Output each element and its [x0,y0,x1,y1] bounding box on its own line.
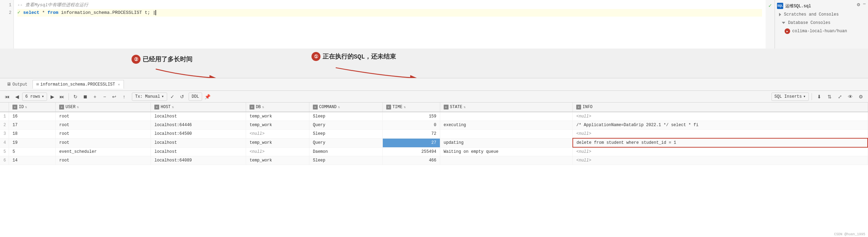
col-host[interactable]: ≡ HOST ⇅ [151,103,246,112]
time-sort-icon[interactable]: ⇅ [404,105,406,109]
state-sort-icon[interactable]: ⇅ [464,105,466,109]
table-row[interactable]: 614rootlocalhost:64089temp_workSleep466<… [0,156,868,165]
col-db[interactable]: ≡ DB ⇅ [246,103,309,112]
cell-db[interactable]: <null> [246,130,309,139]
cell-user[interactable]: event_scheduler [56,147,151,156]
sql-inserts-selector[interactable]: SQL Inserts ▾ [771,93,809,101]
cell-host[interactable]: localhost:64089 [151,156,246,165]
rollback-btn[interactable]: ↺ [178,93,187,101]
cell-user[interactable]: root [56,156,151,165]
table-row[interactable]: 217rootlocalhost:64446temp_workQuery0exe… [0,121,868,130]
view-btn[interactable]: 👁 [846,93,855,101]
col-state[interactable]: ≡ STATE ⇅ [440,103,573,112]
prev-btn[interactable]: ◀ [12,93,21,101]
cell-id[interactable]: 14 [9,156,56,165]
commit-btn[interactable]: ✓ [168,93,177,101]
cell-info[interactable]: <null> [573,130,868,139]
cell-db[interactable]: temp_work [246,138,309,147]
colima-row[interactable]: ▶ colima-local-huan/huan [777,27,866,35]
cell-info[interactable]: delete from student where student_id = 1 [573,138,868,147]
scratches-row[interactable]: Scratches and Consoles [777,10,866,19]
editor-line-2[interactable]: ✓ select * from information_schema.PROCE… [17,9,762,17]
cell-id[interactable]: 19 [9,138,56,147]
tab-close-icon[interactable]: ✕ [118,82,120,87]
cell-user[interactable]: root [56,112,151,121]
cell-state[interactable]: Waiting on empty queue [440,147,573,156]
tx-mode-selector[interactable]: Tx: Manual ▾ [132,93,167,101]
cell-db[interactable]: temp_work [246,112,309,121]
cell-db[interactable]: <null> [246,147,309,156]
cell-command[interactable]: Query [309,138,383,147]
id-sort-icon[interactable]: ⇅ [25,105,27,109]
submit-btn[interactable]: ↑ [119,93,128,101]
cell-command[interactable]: Daemon [309,147,383,156]
rows-selector[interactable]: 6 rows ▾ [22,93,47,101]
revert-btn[interactable]: ↩ [110,93,119,101]
col-info[interactable]: ≡ INFO [573,103,868,112]
cell-state[interactable]: updating [440,138,573,147]
table-row[interactable]: 419rootlocalhosttemp_workQuery27updating… [0,138,868,147]
db-sort-icon[interactable]: ⇅ [262,105,264,109]
cell-user[interactable]: root [56,130,151,139]
tab-output[interactable]: 🖥 Output [3,80,31,89]
host-sort-icon[interactable]: ⇅ [172,105,174,109]
panel-gear-btn[interactable]: ⚙ [857,1,860,8]
col-command[interactable]: ≡ COMMAND ⇅ [309,103,383,112]
prev-prev-btn[interactable]: ⏮ [3,93,12,101]
cell-command[interactable]: Sleep [309,130,383,139]
add-row-btn[interactable]: + [90,93,99,101]
ddl-btn[interactable]: DDL [189,93,202,101]
cell-time[interactable]: 255494 [382,147,440,156]
cell-state[interactable]: executing [440,121,573,130]
stop-btn[interactable]: ⏹ [81,93,90,101]
transpose-btn[interactable]: ⇅ [825,93,834,101]
cell-state[interactable] [440,156,573,165]
export-btn[interactable]: ⬇ [815,93,824,101]
panel-minus-btn[interactable]: − [863,1,866,8]
next-btn[interactable]: ▶ [48,93,57,101]
delete-row-btn[interactable]: − [100,93,109,101]
col-time[interactable]: ≡ TIME ⇅ [382,103,440,112]
cell-id[interactable]: 5 [9,147,56,156]
cell-user[interactable]: root [56,138,151,147]
cell-db[interactable]: temp_work [246,156,309,165]
user-sort-icon[interactable]: ⇅ [77,105,79,109]
db-consoles-row[interactable]: Database Consoles [777,19,866,27]
cell-user[interactable]: root [56,121,151,130]
cell-state[interactable] [440,130,573,139]
cell-time[interactable]: 72 [382,130,440,139]
cell-info[interactable]: /* ApplicationName=DataGrip 2022.1 */ se… [573,121,868,130]
cell-host[interactable]: localhost:64500 [151,130,246,139]
table-row[interactable]: 116rootlocalhosttemp_workSleep159<null> [0,112,868,121]
cell-info[interactable]: <null> [573,156,868,165]
cell-host[interactable]: localhost:64446 [151,121,246,130]
col-user[interactable]: ≡ USER ⇅ [56,103,151,112]
cell-time[interactable]: 0 [382,121,440,130]
cell-host[interactable]: localhost [151,112,246,121]
cell-id[interactable]: 16 [9,112,56,121]
pin-btn[interactable]: 📌 [203,93,212,101]
cell-state[interactable] [440,112,573,121]
next-next-btn[interactable]: ⏭ [57,93,66,101]
cell-id[interactable]: 18 [9,130,56,139]
maximize-btn[interactable]: ⤢ [835,93,844,101]
tab-processlist[interactable]: ⊞ information_schema.PROCESSLIST ✕ [33,80,124,89]
cell-command[interactable]: Sleep [309,112,383,121]
cell-command[interactable]: Sleep [309,156,383,165]
cell-host[interactable]: localhost [151,147,246,156]
cell-info[interactable]: <null> [573,112,868,121]
table-row[interactable]: 55event_schedulerlocalhost<null>Daemon25… [0,147,868,156]
settings-btn[interactable]: ⚙ [856,93,865,101]
sql-file-row[interactable]: SQL 运维SQL.sql [777,1,866,10]
command-sort-icon[interactable]: ⇅ [338,105,340,109]
cell-time[interactable]: 466 [382,156,440,165]
table-row[interactable]: 318rootlocalhost:64500<null>Sleep72<null… [0,130,868,139]
cell-time[interactable]: 159 [382,112,440,121]
col-id[interactable]: ≡ ID ⇅ [9,103,56,112]
cell-host[interactable]: localhost [151,138,246,147]
cell-command[interactable]: Query [309,121,383,130]
cell-db[interactable]: temp_work [246,121,309,130]
cell-time[interactable]: 27 [382,138,440,147]
cell-id[interactable]: 17 [9,121,56,130]
refresh-btn[interactable]: ↻ [71,93,80,101]
